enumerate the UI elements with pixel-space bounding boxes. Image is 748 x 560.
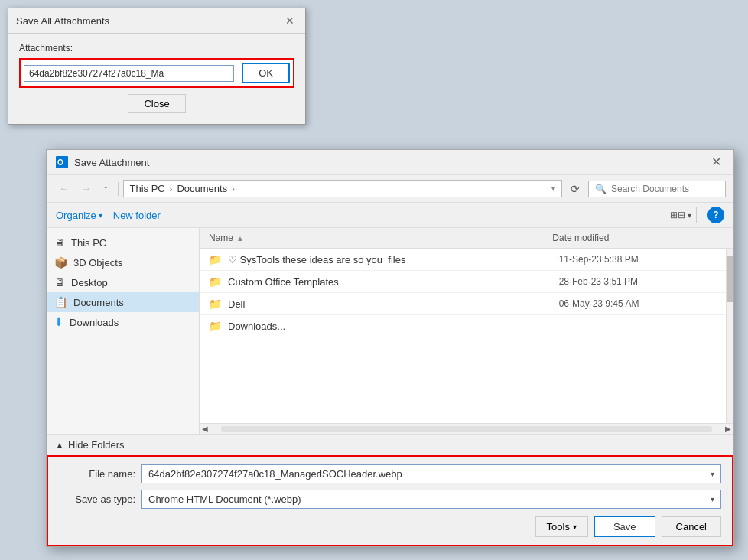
file-date-0: 11-Sep-23 5:38 PM xyxy=(559,254,724,265)
nav-refresh-button[interactable]: ⟳ xyxy=(565,181,585,197)
tools-arrow-icon: ▾ xyxy=(573,523,577,531)
filename-row: File name: 64da2bf82e307274f27a0c18_Mana… xyxy=(59,464,721,483)
hscroll-right-btn[interactable]: ▶ xyxy=(723,424,733,435)
cancel-button[interactable]: Cancel xyxy=(662,516,721,537)
hscroll-track xyxy=(221,426,712,432)
desktop-icon: 🖥 xyxy=(54,276,65,288)
filetype-field[interactable]: Chrome HTML Document (*.webp) ▾ xyxy=(141,490,721,509)
col-sort-arrow: ▲ xyxy=(236,234,244,243)
breadcrumb-arrow1: › xyxy=(170,184,173,194)
search-icon: 🔍 xyxy=(595,184,607,194)
tools-button[interactable]: Tools ▾ xyxy=(535,516,588,537)
filelist-body: 📁 ♡ SysTools these ideas are so you_file… xyxy=(200,249,733,423)
filetype-dropdown-icon[interactable]: ▾ xyxy=(711,495,714,503)
file-list: Name ▲ Date modified 📁 ♡ SysTools these … xyxy=(200,228,733,434)
filename-dropdown-icon[interactable]: ▾ xyxy=(711,470,714,478)
file-name-2: Dell xyxy=(228,298,559,310)
close-button[interactable]: Close xyxy=(128,94,185,113)
col-name-label: Name xyxy=(209,233,233,243)
sidebar-item-3dobjects[interactable]: 📦 3D Objects xyxy=(47,252,199,272)
hide-folders-arrow-icon: ▲ xyxy=(56,441,63,449)
filelist-hscrollbar[interactable]: ◀ ▶ xyxy=(200,423,733,434)
search-input[interactable] xyxy=(611,184,719,194)
bottom-bar: File name: 64da2bf82e307274f27a0c18_Mana… xyxy=(47,455,733,546)
sidebar-item-desktop[interactable]: 🖥 Desktop xyxy=(47,272,199,292)
organize-arrow-icon: ▾ xyxy=(99,211,102,220)
folder-icon-3: 📁 xyxy=(209,320,222,332)
attachment-row: 64da2bf82e307274f27a0c18_Ma OK xyxy=(19,58,294,88)
sidebar-item-thispc[interactable]: 🖥 This PC xyxy=(47,233,199,252)
folder-icon-2: 📁 xyxy=(209,298,222,310)
hide-folders-bar[interactable]: ▲ Hide Folders xyxy=(47,434,733,455)
file-item-2[interactable]: 📁 Dell 06-May-23 9:45 AM xyxy=(200,293,733,315)
attach-close-button[interactable]: ✕ xyxy=(708,156,724,168)
folder-icon-1: 📁 xyxy=(209,275,222,288)
search-box[interactable]: 🔍 xyxy=(588,181,726,197)
file-item-3[interactable]: 📁 Downloads... xyxy=(200,315,733,337)
documents-icon: 📋 xyxy=(54,296,67,308)
3dobjects-icon: 📦 xyxy=(54,256,67,269)
help-button[interactable]: ? xyxy=(707,207,724,223)
filelist-header: Name ▲ Date modified xyxy=(200,228,733,249)
tools-label: Tools xyxy=(547,521,570,532)
folder-icon-0: 📁 xyxy=(209,253,222,265)
save-all-title-bar: Save All Attachments ✕ xyxy=(8,8,305,34)
nav-back-button[interactable]: ← xyxy=(54,180,73,197)
view-arrow-icon: ▾ xyxy=(688,211,691,220)
view-icon: ⊞⊟ xyxy=(670,210,685,220)
filename-field[interactable]: 64da2bf82e307274f27a0c18_ManagedSOCHeade… xyxy=(141,464,721,483)
col-name-header[interactable]: Name ▲ xyxy=(209,233,552,243)
file-date-2: 06-May-23 9:45 AM xyxy=(559,298,724,309)
breadcrumb-documents: Documents xyxy=(177,183,227,194)
nav-bar: ← → ↑ This PC › Documents › ▾ ⟳ 🔍 xyxy=(47,175,733,203)
filetype-row: Save as type: Chrome HTML Document (*.we… xyxy=(59,490,721,509)
attach-title-text: Save Attachment xyxy=(74,157,702,168)
filename-value: 64da2bf82e307274f27a0c18_ManagedSOCHeade… xyxy=(148,468,707,480)
nav-forward-button[interactable]: → xyxy=(76,180,96,197)
bottom-actions: Tools ▾ Save Cancel xyxy=(59,516,721,537)
file-name-0: ♡ SysTools these ideas are so you_files xyxy=(228,254,559,265)
col-date-header[interactable]: Date modified xyxy=(552,233,724,243)
save-attach-dialog: O Save Attachment ✕ ← → ↑ This PC › Docu… xyxy=(46,149,734,547)
save-all-dialog: Save All Attachments ✕ Attachments: 64da… xyxy=(8,8,306,125)
attachments-label: Attachments: xyxy=(19,43,294,54)
nav-separator xyxy=(118,182,119,196)
save-all-title: Save All Attachments xyxy=(16,15,109,27)
hide-folders-label: Hide Folders xyxy=(68,439,125,451)
sidebar-outer: 🖥 This PC 📦 3D Objects 🖥 Desktop 📋 Docum… xyxy=(47,228,200,434)
filetype-label: Save as type: xyxy=(59,493,135,505)
filelist-scrollbar-thumb xyxy=(727,256,733,302)
sidebar-item-downloads[interactable]: ⬇ Downloads xyxy=(47,312,199,332)
view-button[interactable]: ⊞⊟ ▾ xyxy=(665,207,697,223)
new-folder-button[interactable]: New folder xyxy=(113,208,161,223)
breadcrumb-thispc: This PC xyxy=(130,183,165,194)
sidebar-item-documents[interactable]: 📋 Documents xyxy=(47,292,199,312)
breadcrumb-dropdown-icon[interactable]: ▾ xyxy=(551,184,555,193)
svg-text:O: O xyxy=(57,158,63,167)
file-date-1: 28-Feb-23 3:51 PM xyxy=(559,276,724,287)
nav-up-button[interactable]: ↑ xyxy=(99,180,113,197)
file-item-1[interactable]: 📁 Custom Office Templates 28-Feb-23 3:51… xyxy=(200,271,733,293)
sidebar: 🖥 This PC 📦 3D Objects 🖥 Desktop 📋 Docum… xyxy=(47,228,200,434)
attachment-field: 64da2bf82e307274f27a0c18_Ma xyxy=(24,65,234,82)
main-area: 🖥 This PC 📦 3D Objects 🖥 Desktop 📋 Docum… xyxy=(47,228,733,434)
file-item-0[interactable]: 📁 ♡ SysTools these ideas are so you_file… xyxy=(200,249,733,271)
organize-button[interactable]: Organize ▾ xyxy=(56,208,102,223)
save-all-close-button[interactable]: ✕ xyxy=(282,15,298,27)
file-name-3: Downloads... xyxy=(228,321,559,332)
outlook-icon: O xyxy=(56,156,68,168)
ok-button[interactable]: OK xyxy=(242,63,290,83)
breadcrumb-arrow2: › xyxy=(232,184,235,194)
filelist-scrollbar[interactable] xyxy=(726,249,733,423)
toolbar: Organize ▾ New folder ⊞⊟ ▾ ? xyxy=(47,203,733,228)
attach-title-bar: O Save Attachment ✕ xyxy=(47,150,733,175)
organize-label: Organize xyxy=(56,210,96,221)
file-name-1: Custom Office Templates xyxy=(228,276,559,288)
save-button[interactable]: Save xyxy=(594,516,655,537)
filename-label: File name: xyxy=(59,468,135,480)
hscroll-left-btn[interactable]: ◀ xyxy=(200,424,210,435)
filetype-value: Chrome HTML Document (*.webp) xyxy=(148,493,707,505)
thispc-icon: 🖥 xyxy=(54,236,65,249)
breadcrumb-bar[interactable]: This PC › Documents › ▾ xyxy=(123,180,563,197)
downloads-icon: ⬇ xyxy=(54,316,63,328)
